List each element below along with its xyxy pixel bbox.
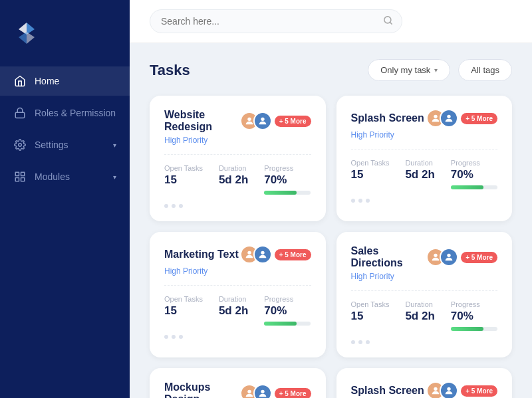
- open-tasks-label: Open Tasks: [164, 295, 203, 303]
- svg-point-13: [261, 118, 264, 121]
- progress-label: Progress: [264, 295, 311, 303]
- progress-value: 70%: [264, 173, 311, 187]
- task-title: Splash Screen: [351, 385, 424, 397]
- gear-icon: [13, 138, 27, 151]
- task-card-header: Marketing Text + 5 More: [164, 245, 311, 264]
- dot-indicator: [164, 204, 168, 208]
- task-stats: Open Tasks 15 Duration 5d 2h Progress 70…: [164, 164, 311, 195]
- progress-stat: Progress 70%: [451, 159, 497, 189]
- svg-point-22: [434, 387, 437, 391]
- more-badge: + 5 More: [275, 116, 311, 127]
- tag-filter-button[interactable]: All tags: [458, 59, 512, 81]
- open-tasks-value: 15: [351, 310, 390, 323]
- duration-label: Duration: [405, 300, 434, 308]
- tasks-grid: Website Redesign + 5 More High Priority …: [150, 96, 512, 398]
- duration-label: Duration: [219, 164, 248, 172]
- sidebar-item-settings[interactable]: Settings ▾: [0, 130, 130, 159]
- duration-value: 5d 2h: [405, 310, 434, 323]
- svg-rect-8: [21, 178, 25, 181]
- duration-stat: Duration 5d 2h: [219, 295, 248, 318]
- progress-bar: [451, 185, 497, 189]
- progress-bar: [264, 322, 311, 326]
- avatar-group: + 5 More: [426, 109, 497, 128]
- svg-point-23: [447, 387, 450, 391]
- svg-point-16: [247, 251, 251, 254]
- progress-label: Progress: [264, 164, 311, 172]
- svg-line-11: [390, 22, 392, 24]
- task-filter-label: Only my task: [380, 65, 430, 75]
- lock-icon: [13, 106, 27, 120]
- sidebar-item-label: Roles & Permission: [35, 108, 116, 118]
- avatar: [440, 248, 458, 266]
- task-footer: [351, 340, 498, 344]
- avatar-group: + 5 More: [240, 112, 311, 130]
- open-tasks-label: Open Tasks: [351, 300, 390, 308]
- module-icon: [13, 170, 27, 183]
- svg-marker-1: [27, 32, 35, 44]
- open-tasks-label: Open Tasks: [351, 159, 390, 167]
- sidebar-item-roles[interactable]: Roles & Permission: [0, 98, 130, 128]
- progress-value: 70%: [451, 168, 497, 181]
- dot-indicator: [366, 340, 370, 344]
- page-title: Tasks: [150, 62, 190, 79]
- more-badge: + 5 More: [461, 385, 497, 397]
- search-input[interactable]: [150, 9, 402, 33]
- svg-rect-7: [21, 172, 25, 175]
- task-card[interactable]: Splash Screen + 5 More High Priority Ope…: [336, 368, 513, 398]
- task-title: Mockups Design: [164, 381, 240, 398]
- filter-buttons: Only my task ▾ All tags: [368, 59, 512, 81]
- open-tasks-stat: Open Tasks 15: [351, 300, 390, 323]
- progress-label: Progress: [451, 159, 497, 167]
- divider: [351, 290, 498, 291]
- sidebar-item-home[interactable]: Home: [0, 66, 130, 96]
- main-content: Tasks Only my task ▾ All tags Website Re…: [130, 0, 532, 398]
- chevron-down-icon: ▾: [434, 66, 438, 74]
- svg-point-5: [19, 144, 22, 147]
- avatar: [253, 112, 272, 130]
- header: [130, 0, 532, 43]
- dot-indicator: [366, 199, 370, 203]
- duration-stat: Duration 5d 2h: [405, 300, 434, 323]
- task-stats: Open Tasks 15 Duration 5d 2h Progress 70…: [164, 295, 311, 326]
- task-card[interactable]: Marketing Text + 5 More High Priority Op…: [150, 232, 326, 357]
- logo: [0, 13, 130, 66]
- svg-rect-9: [15, 178, 19, 181]
- duration-stat: Duration 5d 2h: [405, 159, 434, 181]
- task-card[interactable]: Splash Screen + 5 More High Priority Ope…: [336, 96, 513, 221]
- divider: [351, 149, 498, 149]
- duration-stat: Duration 5d 2h: [219, 164, 248, 187]
- open-tasks-stat: Open Tasks 15: [351, 159, 390, 181]
- open-tasks-label: Open Tasks: [164, 164, 203, 172]
- dot-indicator: [358, 199, 362, 203]
- open-tasks-stat: Open Tasks 15: [164, 295, 203, 318]
- task-card[interactable]: Website Redesign + 5 More High Priority …: [150, 96, 326, 221]
- task-footer: [351, 199, 498, 203]
- task-card[interactable]: Mockups Design + 5 More High Priority Op…: [150, 368, 326, 398]
- task-priority: High Priority: [164, 136, 311, 145]
- dot-indicator: [172, 335, 176, 339]
- duration-value: 5d 2h: [219, 304, 248, 318]
- avatar-group: + 5 More: [426, 381, 497, 398]
- svg-rect-4: [15, 112, 25, 118]
- svg-point-15: [447, 115, 450, 118]
- content-area: Tasks Only my task ▾ All tags Website Re…: [130, 43, 532, 398]
- svg-rect-6: [15, 172, 19, 175]
- sidebar-item-label: Home: [35, 76, 59, 86]
- progress-stat: Progress 70%: [264, 295, 311, 326]
- task-priority: High Priority: [164, 266, 311, 276]
- dot-indicator: [351, 199, 355, 203]
- task-card-header: Splash Screen + 5 More: [351, 381, 498, 398]
- task-card-header: Splash Screen + 5 More: [351, 109, 498, 128]
- task-priority: High Priority: [351, 130, 498, 140]
- task-filter-button[interactable]: Only my task ▾: [368, 59, 450, 81]
- task-title: Website Redesign: [164, 109, 240, 133]
- dot-indicator: [179, 335, 183, 339]
- avatar: [253, 384, 272, 398]
- dot-indicator: [172, 204, 176, 208]
- svg-point-12: [247, 118, 251, 121]
- progress-bar-fill: [451, 185, 483, 189]
- task-stats: Open Tasks 15 Duration 5d 2h Progress 70…: [351, 159, 498, 189]
- task-card[interactable]: Sales Directions + 5 More High Priority …: [336, 232, 513, 357]
- open-tasks-value: 15: [164, 173, 203, 187]
- sidebar-item-modules[interactable]: Modules ▾: [0, 162, 130, 191]
